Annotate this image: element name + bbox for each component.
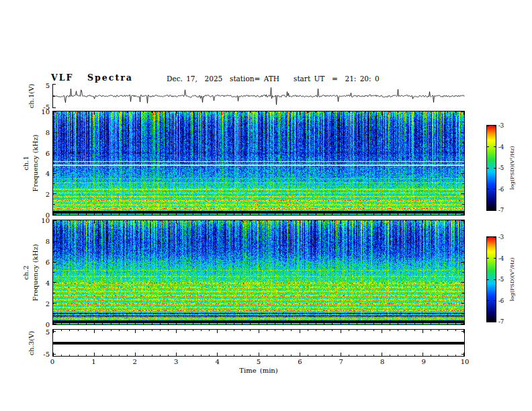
ch2-spec-ytick-label: 6 bbox=[46, 259, 50, 266]
time-axis-tick-label: 7 bbox=[339, 358, 343, 365]
ch1-spectrogram-panel bbox=[52, 111, 465, 216]
time-axis-tick-label: 10 bbox=[461, 358, 470, 365]
ch2-spectrogram-canvas bbox=[53, 220, 464, 324]
colorbar-1-canvas bbox=[487, 126, 496, 210]
time-axis-tick-label: 3 bbox=[174, 358, 178, 365]
time-axis-tick-label: 1 bbox=[91, 358, 95, 365]
colorbar-2-canvas bbox=[487, 237, 496, 322]
time-axis-tick-label: 2 bbox=[133, 358, 137, 365]
ch1-frequency-axis-label: Frequency (kHz) bbox=[32, 134, 39, 191]
start-ut-label: start UT = 21: 20: 0 bbox=[294, 75, 380, 83]
time-axis-tick-label: 6 bbox=[298, 358, 302, 365]
colorbar-2 bbox=[486, 236, 496, 322]
figure-date: Dec. 17, 2025 bbox=[167, 75, 222, 83]
colorbar1-tick-label: -4 bbox=[498, 144, 504, 150]
ch3-wave-ytick-label: 5 bbox=[46, 328, 50, 336]
colorbar1-tick-label: -3 bbox=[498, 122, 504, 129]
colorbar1-tick-label: -7 bbox=[498, 207, 504, 214]
ch1-spec-ytick-label: 8 bbox=[46, 128, 50, 136]
time-axis-tick-label: 8 bbox=[380, 358, 384, 365]
ch1-wave-ytick-label: -5 bbox=[43, 103, 50, 111]
ch3-wave-ytick-label: -5 bbox=[43, 351, 50, 358]
ch1-spec-ytick-label: 4 bbox=[46, 170, 50, 177]
ch2-spec-ytick-label: 10 bbox=[41, 217, 50, 224]
colorbar2-tick-label: -4 bbox=[498, 255, 504, 262]
ch1-spec-ytick-label: 2 bbox=[46, 191, 50, 198]
colorbar1-tick-label: -6 bbox=[498, 186, 504, 193]
figure-title: VLF Spectra bbox=[51, 73, 133, 83]
time-axis-tick-label: 4 bbox=[215, 358, 219, 365]
vlf-spectra-figure: VLF Spectra Dec. 17, 2025 station= ATH s… bbox=[0, 0, 532, 411]
colorbar1-tick-label: -5 bbox=[498, 165, 504, 171]
time-axis-label: Time (min) bbox=[239, 367, 277, 374]
colorbar-1-label: log(PSD)(V²/Hz) bbox=[509, 146, 515, 189]
ch2-spec-ytick-label: 8 bbox=[46, 238, 50, 245]
colorbar2-tick-label: -7 bbox=[498, 318, 504, 325]
ch1-waveform-panel bbox=[52, 84, 465, 108]
colorbar-1 bbox=[486, 125, 496, 211]
station-label: station= ATH bbox=[230, 75, 279, 83]
ch1-voltage-axis-label: ch.1(V) bbox=[28, 84, 35, 109]
ch1-spec-ytick-label: 6 bbox=[46, 149, 50, 156]
ch2-channel-axis-label: ch.2 bbox=[22, 265, 30, 280]
ch1-channel-axis-label: ch.1 bbox=[22, 156, 30, 171]
colorbar2-tick-label: -6 bbox=[498, 298, 504, 304]
ch3-waveform-panel bbox=[52, 329, 465, 357]
time-axis-tick-label: 9 bbox=[421, 358, 425, 365]
colorbar-2-label: log(PSD)(V²/Hz) bbox=[509, 257, 515, 301]
ch2-spectrogram-panel bbox=[52, 220, 465, 325]
ch2-spec-ytick-label: 0 bbox=[46, 321, 50, 328]
ch1-spectrogram-canvas bbox=[53, 111, 464, 215]
ch1-waveform-canvas bbox=[52, 84, 465, 108]
colorbar2-tick-label: -5 bbox=[498, 276, 504, 283]
colorbar2-tick-label: -3 bbox=[498, 234, 504, 240]
ch3-waveform-canvas bbox=[53, 330, 464, 356]
ch2-spec-ytick-label: 2 bbox=[46, 300, 50, 308]
ch2-spec-ytick-label: 4 bbox=[46, 279, 50, 287]
time-axis-tick-label: 5 bbox=[257, 358, 261, 365]
ch1-wave-ytick-label: 5 bbox=[46, 82, 50, 89]
ch3-voltage-axis-label: ch.3(V) bbox=[28, 331, 35, 356]
time-axis-tick-label: 0 bbox=[50, 358, 54, 365]
ch2-frequency-axis-label: Frequency (kHz) bbox=[32, 244, 39, 301]
